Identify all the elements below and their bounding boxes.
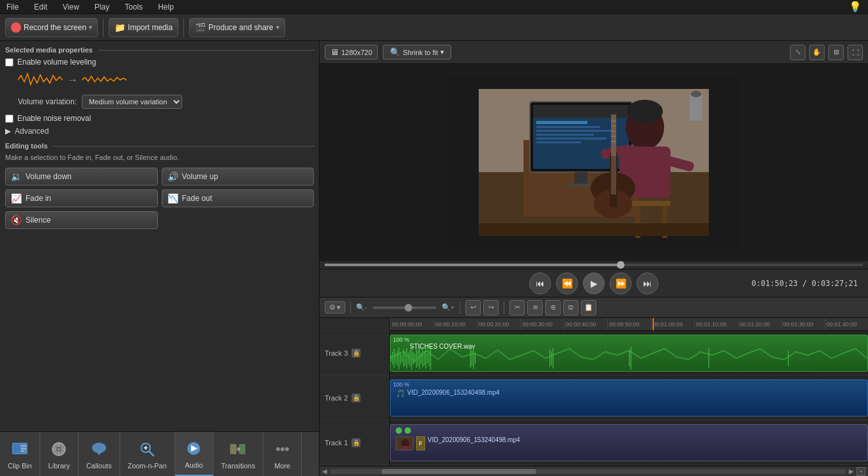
silence-button[interactable]: 🔇 Silence [5,211,158,229]
svg-rect-34 [536,138,607,139]
preview-progress-bar[interactable] [325,264,863,266]
lightbulb-icon: 💡 [845,0,865,14]
ruler-mark-4: 00:00:40;00 [564,318,607,331]
zoom-n-pan-tab[interactable]: Zoom-n-Pan [120,432,175,476]
hand-icon-btn[interactable]: ✋ [809,45,825,60]
menu-view[interactable]: View [59,1,83,13]
scroll-thumb[interactable] [382,469,536,474]
preview-container [320,64,868,261]
svg-line-12 [149,451,153,456]
copy-button[interactable]: ⧉ [563,300,578,315]
split-button[interactable]: ⊕ [545,300,561,315]
menu-file[interactable]: File [3,1,22,13]
fade-out-button[interactable]: 📉 Fade out [162,189,314,207]
produce-button[interactable]: 🎬 Produce and share ▾ [189,18,284,37]
menu-help[interactable]: Help [154,1,178,13]
tracks-area[interactable]: 00:00:00;00 00:00:10;00 00:00:20;00 00:0… [390,318,868,466]
wave-before [18,70,63,90]
menu-tools[interactable]: Tools [121,1,146,13]
undo-button[interactable]: ↩ [465,300,481,315]
cut-button[interactable]: ✂ [509,300,525,315]
preview-icon-group: ⤡ ✋ ⊠ ⛶ [790,45,863,60]
menu-bar: File Edit View Play Tools Help 💡 [0,0,868,14]
track3-lock[interactable]: 🔒 [352,349,360,358]
expand-icon-btn[interactable]: ⤡ [790,45,805,60]
menu-edit[interactable]: Edit [30,1,51,13]
volume-leveling-checkbox[interactable] [5,58,13,67]
rewind-button[interactable]: ⏪ [556,273,578,294]
ruler-mark-2: 00:00:20;00 [477,318,520,331]
zoom-out-icon: 🔍- [356,303,368,312]
menu-play[interactable]: Play [91,1,113,13]
fast-forward-button[interactable]: ⏩ [610,273,632,294]
callouts-tab[interactable]: Callouts [79,432,120,476]
svg-rect-64 [394,349,394,368]
main-layout: Selected media properties Enable volume … [0,41,868,476]
library-tab[interactable]: Library [40,432,79,476]
transitions-tab[interactable]: Transitions [213,432,263,476]
noise-removal-row: Enable noise removal [5,114,314,123]
properties-section-title: Selected media properties [5,46,93,54]
track1-dots [396,427,411,434]
paste-button[interactable]: 📋 [581,300,596,315]
volume-up-button[interactable]: 🔊 Volume up [162,168,314,186]
fade-out-label: Fade out [182,194,212,203]
fade-in-label: Fade in [26,194,51,203]
skip-to-end-button[interactable]: ⏭ [637,273,658,294]
volume-variation-select[interactable]: Medium volume variation [82,95,182,109]
advanced-label: Advanced [15,127,49,136]
track3-name: Track 3 [325,349,348,357]
svg-rect-33 [536,134,594,136]
noise-removal-checkbox[interactable] [5,115,13,123]
record-button[interactable]: Record the screen ▾ [5,18,98,37]
track2-clip[interactable]: 100 % 🎵 VID_20200906_153240498.mp4 [390,379,868,416]
track1-lock[interactable]: 🔒 [352,438,360,447]
svg-rect-68 [400,352,401,365]
ripple-button[interactable]: ≋ [527,300,543,315]
timeline-settings-button[interactable]: ⚙ ▾ [325,301,345,313]
resolution-badge: 🖥 1280x720 [325,45,378,60]
track1-clip[interactable]: F VID_20200906_153240498.mp4 [390,424,868,461]
zoom-slider[interactable] [373,306,437,309]
advanced-row[interactable]: ▶ Advanced [5,127,314,136]
import-button[interactable]: 📁 Import media [109,18,178,37]
track2-name: Track 2 [325,394,348,402]
tl-sep-1 [350,301,351,314]
editing-tools-divider [53,146,314,147]
playhead[interactable] [653,318,654,330]
fullscreen-icon-btn[interactable]: ⛶ [848,45,863,60]
scroll-end-button[interactable]: ▪ [856,467,865,476]
more-label: More [274,462,290,470]
redo-button[interactable]: ↪ [483,300,499,315]
fade-in-button[interactable]: 📈 Fade in [5,189,158,207]
track3-clip[interactable]: 100 % STICHES COVER.wav // Generated inl… [390,335,868,372]
track2-percent: 100 % [393,381,410,388]
horizontal-scrollbar[interactable]: ◀ ▶ ▪ [320,466,868,476]
track1-label: Track 1 🔒 [320,420,389,465]
svg-rect-69 [401,354,402,362]
transitions-label: Transitions [221,462,255,470]
skip-to-start-button[interactable]: ⏮ [529,273,551,294]
volume-down-button[interactable]: 🔉 Volume down [5,168,158,186]
svg-rect-101 [402,446,408,450]
track1-row[interactable]: F VID_20200906_153240498.mp4 [390,420,868,465]
scroll-track[interactable] [330,469,846,474]
editing-tools-title: Editing tools [5,142,48,150]
shrink-to-fit-button[interactable]: 🔍 Shrink to fit ▾ [383,45,451,60]
track2-lock[interactable]: 🔒 [352,393,360,402]
preview-progress-thumb[interactable] [617,261,624,269]
zoom-thumb [405,304,412,312]
track2-row[interactable]: 100 % 🎵 VID_20200906_153240498.mp4 [390,376,868,420]
timeline: ⚙ ▾ 🔍- 🔍+ ↩ ↪ ✂ ≋ ⊕ ⧉ 📋 [320,297,868,476]
audio-tab[interactable]: Audio [175,432,213,476]
crop-icon-btn[interactable]: ⊠ [828,45,844,60]
clipbin-tab[interactable]: Clip Bin [0,432,40,476]
svg-rect-35 [536,141,581,143]
more-tab[interactable]: More [263,432,302,476]
zoom-n-pan-icon [137,439,157,459]
track3-row[interactable]: 100 % STICHES COVER.wav // Generated inl… [390,331,868,376]
tl-sep-2 [460,301,460,314]
zoom-in-icon: 🔍+ [442,303,454,312]
editing-tools-section: Editing tools Make a selection to Fade i… [5,142,314,229]
play-pause-button[interactable]: ▶ [583,273,605,294]
